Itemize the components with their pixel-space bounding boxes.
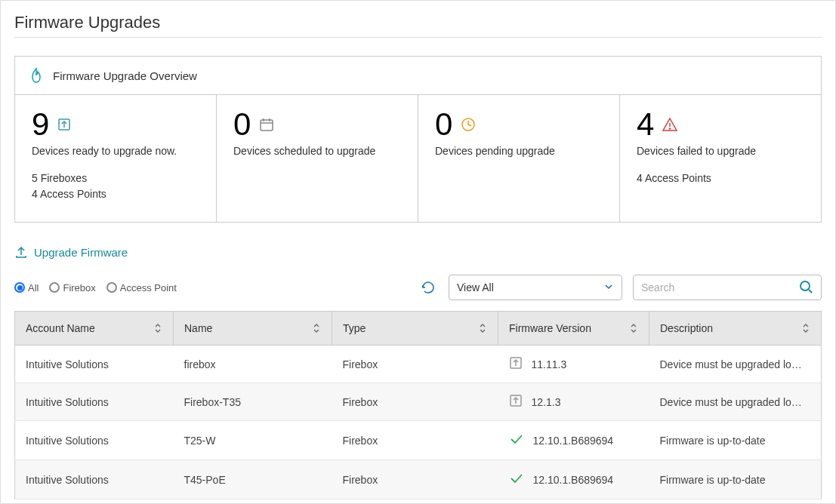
column-header-account name[interactable]: Account Name [15, 312, 174, 346]
firmware-version-text: 11.11.3 [532, 358, 567, 370]
column-label: Firmware Version [509, 322, 591, 334]
devices-table: Account NameNameTypeFirmware VersionDesc… [14, 311, 822, 499]
card-number: 0 [233, 109, 251, 140]
column-header-firmware version[interactable]: Firmware Version [498, 312, 649, 346]
filter-radios: AllFireboxAccess Point [14, 282, 409, 293]
overview-header: Firmware Upgrade Overview [15, 57, 821, 95]
firmware-version-text: 12.10.1.B689694 [533, 474, 614, 486]
svg-rect-1 [261, 120, 273, 131]
card-details: 5 Fireboxes4 Access Points [32, 171, 199, 202]
overview-card-2: 0Devices pending upgrade [418, 95, 620, 222]
view-filter-dropdown[interactable]: View All [449, 275, 622, 300]
cell-name: firebox [174, 346, 332, 383]
search-input[interactable]: Search [633, 275, 822, 300]
dropdown-value: View All [457, 281, 494, 293]
cell-description: Firmware is up-to-date [649, 421, 822, 460]
card-number: 4 [637, 109, 654, 140]
radio-label: All [28, 282, 39, 293]
cell-account: Intuitive Solutions [15, 421, 174, 460]
card-label: Devices pending upgrade [435, 145, 603, 157]
radio-circle-icon [14, 282, 25, 293]
cell-type: Firebox [332, 460, 498, 499]
overview-card-0: 9Devices ready to upgrade now.5 Fireboxe… [15, 95, 217, 222]
card-detail-line: 4 Access Points [32, 186, 199, 202]
upload-icon [509, 394, 523, 410]
cell-account: Intuitive Solutions [15, 383, 174, 421]
cell-firmware: 12.10.1.B689694 [498, 421, 649, 460]
card-label: Devices scheduled to upgrade [233, 145, 401, 157]
title-divider [14, 37, 822, 38]
column-header-type[interactable]: Type [332, 312, 498, 346]
page-title: Firmware Upgrades [14, 13, 822, 32]
radio-access point[interactable]: Access Point [106, 282, 177, 293]
radio-circle-icon [106, 282, 117, 293]
svg-point-4 [801, 281, 810, 290]
refresh-icon[interactable] [420, 279, 437, 296]
firmware-version-text: 12.10.1.B689694 [533, 435, 614, 447]
flame-icon [29, 67, 44, 84]
check-icon [509, 471, 524, 488]
cell-name: Firebox-T35 [174, 383, 332, 421]
search-icon [798, 279, 813, 297]
radio-firebox[interactable]: Firebox [49, 282, 95, 293]
cell-type: Firebox [332, 383, 498, 421]
card-label: Devices ready to upgrade now. [32, 145, 199, 157]
overview-card-1: 0Devices scheduled to upgrade [217, 95, 418, 222]
cell-name: T25-W [174, 421, 332, 460]
radio-label: Access Point [120, 282, 177, 293]
firmware-version-text: 12.1.3 [532, 396, 561, 408]
overview-header-label: Firmware Upgrade Overview [53, 69, 197, 82]
sort-icon [153, 322, 162, 334]
chevron-down-icon [603, 281, 614, 294]
radio-label: Firebox [63, 282, 95, 293]
column-label: Description [660, 322, 713, 334]
cell-account: Intuitive Solutions [15, 346, 174, 383]
cell-description: Device must be upgraded loc... [649, 383, 822, 421]
cell-type: Firebox [332, 421, 498, 460]
column-label: Account Name [26, 322, 95, 334]
column-label: Type [343, 322, 366, 334]
upgrade-firmware-link[interactable]: Upgrade Firmware [14, 245, 128, 259]
sort-icon [312, 322, 321, 334]
svg-point-3 [670, 128, 671, 129]
card-detail-line: 5 Fireboxes [32, 171, 199, 186]
cell-description: Firmware is up-to-date [649, 460, 822, 499]
column-header-name[interactable]: Name [174, 312, 332, 346]
table-row[interactable]: Intuitive SolutionsT25-WFirebox12.10.1.B… [15, 421, 822, 460]
table-row[interactable]: Intuitive SolutionsFirebox-T35Firebox12.… [15, 383, 822, 421]
card-number: 9 [32, 109, 49, 140]
sort-icon [801, 322, 810, 334]
card-label: Devices failed to upgrade [637, 145, 804, 157]
clock-icon [460, 116, 477, 133]
cell-type: Firebox [332, 346, 498, 383]
overview-panel: Firmware Upgrade Overview 9Devices ready… [14, 56, 822, 223]
sort-icon [629, 322, 638, 334]
cell-firmware: 12.10.1.B689694 [498, 460, 649, 499]
upload-icon [14, 245, 28, 259]
warning-icon [662, 116, 678, 133]
card-number: 0 [435, 109, 452, 140]
radio-all[interactable]: All [14, 282, 39, 293]
upload-icon [57, 117, 72, 132]
table-row[interactable]: Intuitive SolutionsT45-PoEFirebox12.10.1… [15, 460, 822, 499]
upgrade-firmware-label: Upgrade Firmware [34, 246, 128, 259]
sort-icon [478, 322, 487, 334]
column-header-description[interactable]: Description [649, 312, 822, 346]
cell-name: T45-PoE [174, 460, 332, 499]
card-detail-line: 4 Access Points [637, 171, 804, 186]
table-row[interactable]: Intuitive SolutionsfireboxFirebox11.11.3… [15, 346, 822, 383]
cell-account: Intuitive Solutions [15, 460, 174, 499]
upload-icon [509, 356, 523, 372]
check-icon [509, 432, 524, 449]
radio-circle-icon [49, 282, 60, 293]
cell-description: Device must be upgraded loc... [649, 346, 822, 383]
calendar-icon [258, 116, 275, 133]
search-placeholder: Search [641, 281, 674, 293]
cell-firmware: 11.11.3 [498, 346, 649, 383]
card-details: 4 Access Points [637, 171, 804, 186]
column-label: Name [184, 322, 212, 334]
overview-card-3: 4Devices failed to upgrade4 Access Point… [620, 95, 821, 222]
cell-firmware: 12.1.3 [498, 383, 649, 421]
